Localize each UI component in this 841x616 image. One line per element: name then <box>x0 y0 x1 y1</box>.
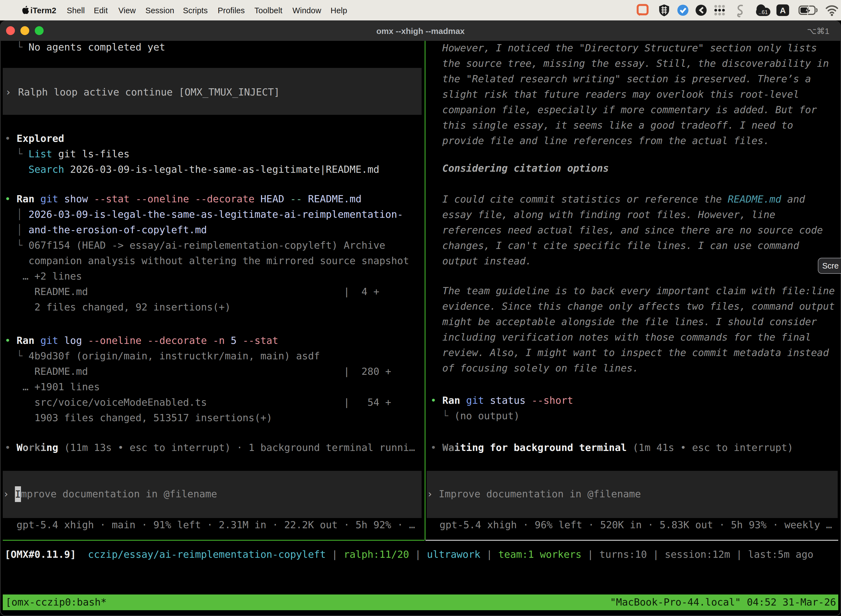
terminal-line: • Waiting for background terminal (1m 41… <box>431 440 793 455</box>
terminal-line: evidence. Since this change only affects… <box>431 299 835 314</box>
terminal-line: output instead. <box>431 253 823 269</box>
terminal-line: companion file, especially if more comme… <box>431 102 829 117</box>
left-input-cursor: I <box>15 486 21 502</box>
terminal-line: changes, I can't cite specific file line… <box>431 238 823 253</box>
right-model-status: gpt-5.4 xhigh · 96% left · 520K in · 5.8… <box>440 517 832 532</box>
left-input-prompt-icon: › <box>3 488 15 500</box>
thinking-paragraph-1: However, I noticed the "Directory Struct… <box>431 40 829 148</box>
terminal-line: └ 067f154 (HEAD -> essay/ai-reimplementa… <box>5 238 409 253</box>
agents-note: └ No agents completed yet <box>5 40 165 55</box>
terminal-line: references need actual files, and since … <box>431 223 823 238</box>
terminal-line: • Explored <box>5 131 379 146</box>
ralph-loop-text: Ralph loop active continue [OMX_TMUX_INJ… <box>11 87 280 98</box>
terminal-line: src/voice/voiceModeEnabled.ts | 54 + <box>5 395 391 410</box>
terminal-line: might be acceptable alongside the file l… <box>431 314 835 330</box>
tmux-host-clock: "MacBook-Pro-44.local" 04:52 31-Mar-26 <box>610 594 836 610</box>
terminal-line: │ 2026-03-09-is-legal-the-same-as-legiti… <box>5 207 409 222</box>
pane-border-bottom-left <box>3 540 425 541</box>
terminal-line: • Working (11m 13s • esc to interrupt) ·… <box>5 440 415 455</box>
omx-status-bar: [OMX#0.11.9] cczip/essay/ai-reimplementa… <box>5 547 813 562</box>
terminal-line: the "Related research writing" section i… <box>431 71 829 87</box>
terminal-line: gpt-5.4 xhigh · 96% left · 520K in · 5.8… <box>440 517 832 532</box>
ralph-prompt-icon: › <box>5 87 11 98</box>
terminal-line: Considering citation options <box>431 161 609 176</box>
left-input-text: mprove documentation in @filename <box>21 488 217 500</box>
right-input-prompt-icon: › <box>427 488 439 500</box>
terminal-line: • Ran git status --short <box>431 393 573 408</box>
right-input-box[interactable]: › Improve documentation in @filename <box>426 471 838 518</box>
terminal-line: README.md | 280 + <box>5 364 391 379</box>
waiting-status: • Waiting for background terminal (1m 41… <box>431 440 793 455</box>
terminal-line: [OMX#0.11.9] cczip/essay/ai-reimplementa… <box>5 547 813 562</box>
terminal-line: The team guideline is to back every impo… <box>431 283 835 299</box>
terminal-line: README.md | 4 + <box>5 284 409 299</box>
terminal-line: gpt-5.4 xhigh · main · 91% left · 2.31M … <box>5 517 415 532</box>
terminal-content: └ No agents completed yet ›Ralph loop ac… <box>0 0 841 616</box>
left-model-status: gpt-5.4 xhigh · main · 91% left · 2.31M … <box>5 517 415 532</box>
terminal-line: slight risk that future readers may over… <box>431 87 829 102</box>
terminal-line: I could cite commit statistics or refere… <box>431 192 823 207</box>
git-show-section: • Ran git show --stat --oneline --decora… <box>5 191 409 315</box>
terminal-line: … +2 lines <box>5 268 409 284</box>
thinking-paragraph-2: I could cite commit statistics or refere… <box>431 192 823 269</box>
terminal-line: review. Also, I might want to inspect th… <box>431 345 835 361</box>
terminal-line: └ No agents completed yet <box>5 40 165 55</box>
terminal-line: └ 4b9d30f (origin/main, instructkr/main,… <box>5 348 391 364</box>
pane-divider-vertical[interactable] <box>425 41 425 540</box>
ralph-loop-line: ›Ralph loop active continue [OMX_TMUX_IN… <box>5 84 280 100</box>
terminal-line: │ and-the-erosion-of-copyleft.md <box>5 222 409 238</box>
terminal-line: 1903 files changed, 513517 insertions(+) <box>5 410 391 425</box>
terminal-line: provide file and line references from th… <box>431 133 829 148</box>
right-input-line[interactable]: › Improve documentation in @filename <box>427 486 641 502</box>
terminal-line: of focusing solely on file lines. <box>431 361 835 376</box>
terminal-line: … +1901 lines <box>5 379 391 395</box>
terminal-line: companion analysis without altering the … <box>5 253 409 268</box>
terminal-line: However, I noticed the "Directory Struct… <box>431 40 829 56</box>
thinking-paragraph-3: The team guideline is to back every impo… <box>431 283 835 376</box>
ralph-loop-box: ›Ralph loop active continue [OMX_TMUX_IN… <box>3 68 422 115</box>
explored-section: • Explored └ List git ls-files Search 20… <box>5 131 379 177</box>
terminal-line: └ (no output) <box>431 408 573 424</box>
terminal-line: • Ran git log --oneline --decorate -n 5 … <box>5 333 391 348</box>
left-input-box[interactable]: › Improve documentation in @filename <box>3 471 422 518</box>
working-status: • Working (11m 13s • esc to interrupt) ·… <box>5 440 415 455</box>
terminal-line: essay file, along with finding root file… <box>431 207 823 223</box>
thinking-heading: Considering citation options <box>431 161 609 176</box>
terminal-line: this single essay, it seems like a good … <box>431 117 829 133</box>
right-input-text: Improve documentation in @filename <box>439 488 641 500</box>
terminal-line: the source tree, missing the essay. Stil… <box>431 56 829 71</box>
tmux-session-label: [omx-cczip0:bash* <box>6 594 107 610</box>
terminal-line: including verification notes with those … <box>431 330 835 345</box>
terminal-line: └ List git ls-files <box>5 146 379 162</box>
pane-border-bottom-right <box>425 540 838 541</box>
terminal-line: • Ran git show --stat --oneline --decora… <box>5 191 409 207</box>
terminal-line: Search 2026-03-09-is-legal-the-same-as-l… <box>5 162 379 177</box>
git-log-section: • Ran git log --oneline --decorate -n 5 … <box>5 333 391 425</box>
tmux-status-bar: [omx-cczip0:bash* "MacBook-Pro-44.local"… <box>3 594 838 610</box>
left-input-line[interactable]: › Improve documentation in @filename <box>3 486 217 502</box>
git-status-section: • Ran git status --short └ (no output) <box>431 393 573 424</box>
screen-share-button[interactable]: Scre <box>818 258 841 274</box>
terminal-line: 2 files changed, 92 insertions(+) <box>5 299 409 315</box>
